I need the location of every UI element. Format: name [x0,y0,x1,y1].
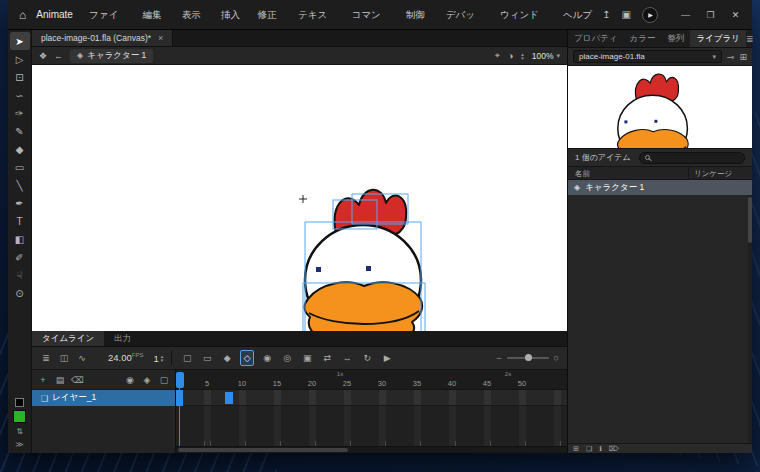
breadcrumb[interactable]: ◈ キャラクター 1 [70,49,153,63]
library-scrollbar[interactable] [748,195,752,443]
new-library-panel-icon[interactable]: ⊞ [739,52,747,62]
classic-brush-tool[interactable]: ✎ [10,122,30,140]
timeline-zoom-out-icon[interactable]: − [496,353,501,363]
new-layer-button[interactable]: + [37,375,49,385]
new-folder-button[interactable]: ▤ [54,375,66,385]
quick-share-button[interactable]: ▶ [642,7,658,23]
library-document-select[interactable]: place-image-01.fla ▾ [573,50,722,63]
eraser-tool[interactable]: ◆ [10,140,30,158]
center-stage-icon[interactable]: ⌖ [495,50,500,61]
insert-keyframe-button[interactable]: ◆ [220,350,234,366]
minimize-button[interactable]: — [673,0,698,30]
home-icon[interactable]: ⌂ [19,8,26,22]
fill-color-swatch[interactable] [13,410,26,423]
menu-view[interactable]: 表示(V) [174,0,213,30]
frames-area[interactable]: 1s 2s 5 10 15 20 25 30 35 40 45 50 [176,370,567,453]
text-tool[interactable]: T [10,212,30,230]
swap-colors-icon[interactable]: ⇅ [16,427,23,436]
graph-editor-icon[interactable]: ∿ [76,353,88,363]
layer-frames-row[interactable] [176,390,567,406]
paint-bucket-tool[interactable]: ◧ [10,230,30,248]
line-tool[interactable]: ╲ [10,176,30,194]
back-arrow-icon[interactable]: ← [54,51,63,61]
tab-color[interactable]: カラー [624,30,662,47]
scrollbar-thumb[interactable] [178,448,348,452]
edit-multiple-frames-button[interactable]: ▣ [300,350,314,366]
hand-tool[interactable]: ☟ [10,266,30,284]
outline-all-icon[interactable]: ▢ [158,375,170,385]
frame-rate-display[interactable]: 24.00FPS [108,352,143,363]
frame-ruler[interactable]: 1s 2s 5 10 15 20 25 30 35 40 45 50 [176,370,567,390]
layer-name[interactable]: レイヤー_1 [52,392,96,404]
item-properties-button[interactable]: ℹ [599,444,602,453]
camera-icon[interactable]: ◫ [58,353,70,363]
zoom-down-icon[interactable]: ▾ [521,56,524,60]
zoom-tool[interactable]: ⊙ [10,284,30,302]
new-symbol-button[interactable]: ⊞ [573,444,579,453]
frame-stepper[interactable]: ▴▾ [161,354,164,362]
insert-frame-button[interactable]: ▢ [180,350,194,366]
close-button[interactable]: ✕ [723,0,748,30]
share-icon[interactable]: ↥ [602,9,610,20]
zoom-stepper[interactable]: ▴ ▾ [521,52,524,60]
timeline-zoom-reset-icon[interactable]: ○ [554,353,559,363]
timeline-zoom-slider[interactable] [507,357,549,359]
pin-library-icon[interactable]: ⊸ [727,52,735,62]
menu-file[interactable]: ファイル(F) [81,0,135,30]
lasso-tool[interactable]: ∽ [10,86,30,104]
panel-menu-icon[interactable]: ≣ [746,34,759,44]
stroke-color-swatch[interactable] [15,398,24,407]
menu-edit[interactable]: 編集(E) [134,0,173,30]
library-search[interactable] [639,152,745,164]
column-name[interactable]: 名前 [575,169,590,179]
tab-properties[interactable]: プロパティ [568,30,624,47]
menu-modify[interactable]: 修正(M) [250,0,290,30]
resize-span-button[interactable]: ↔ [340,350,354,366]
current-frame-display[interactable]: 1 ▴▾ [153,353,163,364]
insert-blank-keyframe-button[interactable]: ◇ [240,350,254,366]
library-item-row[interactable]: ◈ キャラクター 1 [568,180,752,195]
menu-commands[interactable]: コマンド(C) [343,0,397,30]
library-list[interactable] [568,195,752,443]
delete-layer-button[interactable]: ⌫ [71,375,83,385]
show-hide-all-icon[interactable]: ◉ [124,375,136,385]
eyedropper-tool[interactable]: ✐ [10,248,30,266]
timeline-horizontal-scrollbar[interactable] [176,446,567,453]
menu-window[interactable]: ウィンドウ(W) [492,0,555,30]
document-tab-close-icon[interactable]: × [158,33,163,43]
free-transform-tool[interactable]: ⊡ [10,68,30,86]
fluid-brush-tool[interactable]: ✑ [10,104,30,122]
onion-skin-button[interactable]: ◉ [260,350,274,366]
tab-library[interactable]: ライブラリ [690,30,746,47]
zoom-level-dropdown[interactable]: 100% ▾ [532,51,560,61]
delete-item-button[interactable]: ⌦ [609,444,619,453]
tab-output[interactable]: 出力 [104,331,141,346]
create-tween-button[interactable]: ⇄ [320,350,334,366]
scrollbar-thumb[interactable] [748,197,752,243]
edit-symbols-icon[interactable]: ◑ [508,51,513,61]
rectangle-tool[interactable]: ▭ [10,158,30,176]
timeline-layers-icon[interactable]: ≣ [40,353,52,363]
workspace-icon[interactable]: ▣ [622,9,631,20]
menu-insert[interactable]: 挿入(I) [213,0,250,30]
menu-text[interactable]: テキスト(T) [290,0,344,30]
remove-frame-button[interactable]: ▭ [200,350,214,366]
maximize-button[interactable]: ❐ [698,0,723,30]
stage-canvas[interactable] [32,65,567,331]
search-input[interactable] [654,153,739,163]
menu-control[interactable]: 制御(O) [398,0,438,30]
menu-help[interactable]: ヘルプ(H) [555,0,602,30]
playhead[interactable] [176,372,184,388]
edit-toolbar-icon[interactable]: ≫ [15,440,23,449]
slider-thumb[interactable] [525,354,532,361]
new-folder-button[interactable]: ❑ [586,444,592,453]
play-button[interactable]: ▶ [380,350,394,366]
selected-frame-marker[interactable] [225,392,233,404]
tab-timeline[interactable]: タイムライン [32,331,104,346]
menu-debug[interactable]: デバッグ(D) [438,0,492,30]
onion-skin-outlines-button[interactable]: ◎ [280,350,294,366]
subselection-tool[interactable]: ▷ [10,50,30,68]
selection-tool[interactable]: ➤ [10,32,30,50]
tab-align[interactable]: 整列 [661,30,690,47]
lock-all-icon[interactable]: ◈ [141,375,153,385]
